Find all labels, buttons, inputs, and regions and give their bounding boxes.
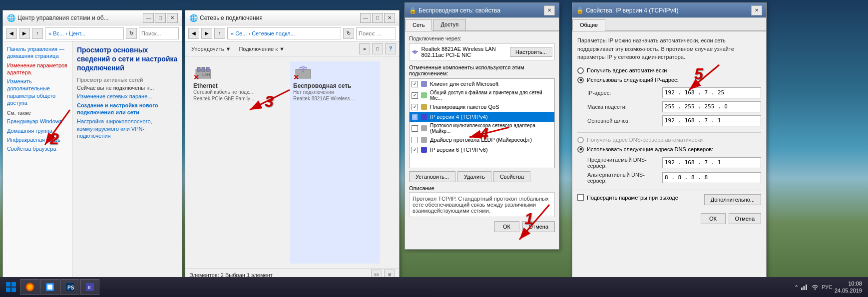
ethernet-red-x: ✕ [193, 73, 199, 81]
component-3[interactable]: IP версии 4 (TCP/IPv4) [410, 112, 554, 122]
radio-btn-auto-dns[interactable] [577, 137, 584, 143]
tray-lang[interactable]: РУС [822, 284, 833, 290]
dns-radio-group: Получить адрес DNS-сервера автоматически… [577, 137, 761, 153]
tray-network-icon[interactable] [800, 283, 809, 292]
checkbox-2[interactable] [412, 104, 418, 110]
close-btn-4[interactable]: ✕ [751, 5, 762, 15]
organize-btn[interactable]: Упорядочить ▼ [188, 45, 234, 53]
adapter-icon-3 [412, 48, 419, 56]
sidebar-access-link[interactable]: Изменить дополнительные параметры общего… [7, 78, 68, 106]
view-btn-2[interactable]: ≡ [359, 43, 370, 54]
taskbar-app-1[interactable] [40, 279, 59, 295]
ok-btn-4[interactable]: ОК [701, 213, 726, 224]
component-2[interactable]: Планировщик пакетов QoS [410, 102, 554, 112]
confirm-checkbox-row: Подвердить параметры при выходе [577, 194, 678, 201]
tab-access[interactable]: Доступ [433, 19, 466, 30]
minimize-btn-1[interactable]: — [143, 13, 154, 23]
taskbar-app-2[interactable]: PS [60, 279, 79, 295]
tray-wifi-icon[interactable] [811, 283, 820, 292]
gateway-row: Основной шлюз: [587, 115, 761, 126]
radio-btn-auto-ip[interactable] [577, 67, 584, 74]
breadcrumb-2[interactable]: « Се... › Сетевые подкл... [227, 27, 341, 39]
view-detail-btn-2[interactable]: □ [372, 43, 383, 54]
svg-rect-25 [6, 282, 10, 287]
confirm-checkbox[interactable] [577, 194, 584, 201]
checkbox-3[interactable] [412, 114, 418, 120]
checkbox-1[interactable] [412, 92, 418, 99]
minimize-btn-2[interactable]: — [360, 13, 371, 23]
component-6[interactable]: IP версии 6 (TCP/IPv6) [410, 145, 554, 155]
tab-general-4[interactable]: Общие [572, 19, 605, 31]
ip-radio-group: Получить адрес автоматически Использоват… [577, 67, 761, 83]
ok-btn-3[interactable]: ОК [494, 221, 519, 232]
up-btn-1[interactable]: ↑ [32, 28, 43, 39]
up-btn-2[interactable]: ↑ [214, 28, 225, 39]
install-btn-3[interactable]: Установить... [409, 171, 455, 182]
back-btn-2[interactable]: ◀ [188, 28, 199, 39]
window-icon-4: 🔒 [576, 7, 584, 14]
dns-pref-input[interactable] [662, 157, 761, 168]
close-btn-3[interactable]: ✕ [544, 5, 555, 15]
description-box-3: Протокол TCP/IP. Стандартный протокол гл… [409, 192, 555, 217]
maximize-btn-2[interactable]: □ [372, 13, 383, 23]
radio-manual-ip: Использовать следующий IP-адрес: [577, 77, 761, 83]
sidebar-homegroup[interactable]: Домашняя группа [7, 127, 68, 134]
close-btn-2[interactable]: ✕ [384, 13, 395, 23]
svg-rect-5 [206, 67, 209, 71]
component-1[interactable]: Общий доступ к файлам и принтерам для се… [410, 89, 554, 102]
maximize-btn-1[interactable]: □ [155, 13, 166, 23]
taskbar-app-0[interactable] [20, 279, 39, 295]
wireless-device: Realtek 8821AE Wireless ... [293, 96, 356, 101]
radio-btn-manual-ip[interactable] [577, 77, 584, 83]
sidebar-home-link[interactable]: Панель управления — домашняя страница [7, 45, 68, 60]
start-button[interactable] [2, 278, 20, 296]
subnet-label: Маска подсети: [587, 104, 662, 110]
checkbox-0[interactable] [412, 81, 418, 87]
components-label-3: Отмеченные компоненты используются этим … [409, 64, 555, 76]
create-connection-link[interactable]: Создание и настройка нового подключения … [77, 102, 178, 116]
component-5[interactable]: Драйвер протокола LLDP (Майкрософт) [410, 135, 554, 145]
radio-btn-manual-dns[interactable] [577, 146, 584, 153]
subnet-input[interactable] [662, 101, 761, 112]
checkbox-4[interactable] [412, 125, 418, 132]
cancel-btn-3[interactable]: Отмена [522, 221, 555, 232]
connect-btn[interactable]: Подключение к ▼ [236, 45, 288, 53]
dns-alt-row: Альтернативный DNS-сервер: [587, 172, 761, 184]
change-params-link[interactable]: Изменение сетевых паране... [77, 93, 178, 100]
refresh-btn-2[interactable]: ↻ [343, 28, 354, 39]
breadcrumb-1[interactable]: « Вс... › Цент... [45, 27, 124, 39]
sidebar-browser[interactable]: Свойства браузера [7, 145, 68, 152]
tray-expand[interactable]: ^ [795, 285, 798, 290]
cancel-btn-4[interactable]: Отмена [729, 213, 761, 224]
help-btn-2[interactable]: ? [385, 43, 396, 54]
sidebar-adapter-link[interactable]: Изменение параметров адаптера. [7, 62, 68, 76]
description-title-3: Описание [409, 185, 555, 191]
gateway-input[interactable] [662, 115, 761, 126]
refresh-btn-1[interactable]: ↻ [126, 28, 137, 39]
back-btn-1[interactable]: ◀ [6, 28, 17, 39]
configure-btn-3[interactable]: Настроить... [510, 47, 552, 57]
search-input-1[interactable] [139, 27, 179, 39]
component-icon-0 [420, 80, 428, 88]
ethernet-adapter[interactable]: LAN ✕ Ethernet Сетевой кабель не подк...… [190, 61, 280, 264]
remove-btn-3[interactable]: Удалить [457, 171, 491, 182]
checkbox-6[interactable] [412, 147, 418, 153]
properties-btn-3[interactable]: Свойства [493, 171, 530, 182]
component-4[interactable]: Протокол мультиплексора сетевого адаптер… [410, 122, 554, 135]
sidebar-firewall[interactable]: Брандмауэр Windows [7, 118, 68, 125]
close-btn-1[interactable]: ✕ [167, 13, 178, 23]
forward-btn-1[interactable]: ▶ [19, 28, 30, 39]
search-input-2[interactable] [356, 27, 396, 39]
wireless-adapter[interactable]: ✕ Беспроводная сеть Нет подключения Real… [290, 61, 380, 264]
forward-btn-2[interactable]: ▶ [201, 28, 212, 39]
checkbox-5[interactable] [412, 137, 418, 143]
dns-alt-input[interactable] [662, 172, 761, 183]
sidebar-infrared[interactable]: Инфракрасная связь [7, 136, 68, 143]
taskbar-app-3[interactable]: E [80, 279, 99, 295]
setup-broadband-link[interactable]: Настройка широкополосного, коммутируемог… [77, 118, 178, 139]
breadcrumb-text-2: « Се... › Сетевые подкл... [231, 30, 295, 36]
component-0[interactable]: Клиент для сетей Microsoft [410, 79, 554, 89]
tab-network[interactable]: Сеть [405, 19, 432, 31]
advanced-btn-4[interactable]: Дополнительно... [704, 194, 761, 205]
ip-addr-input[interactable] [662, 87, 761, 98]
